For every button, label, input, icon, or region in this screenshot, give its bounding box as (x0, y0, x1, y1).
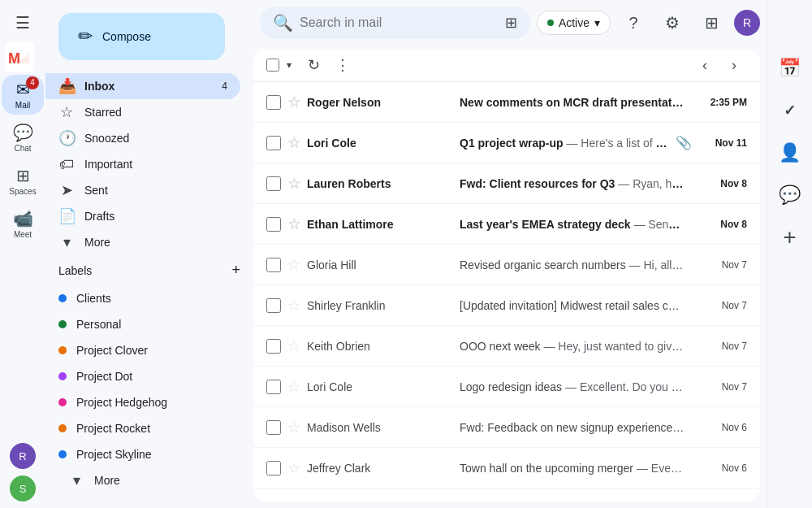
email-sender: Roger Nelson (307, 96, 453, 109)
star-icon[interactable]: ☆ (287, 134, 300, 152)
star-icon[interactable]: ☆ (287, 215, 300, 233)
email-row[interactable]: ☆ Shirley Franklin [Updated invitation] … (253, 285, 760, 326)
email-checkbox[interactable] (266, 136, 281, 150)
starred-icon: ☆ (58, 103, 75, 121)
star-icon[interactable]: ☆ (287, 500, 300, 502)
right-sidebar: 📅 ✓ 👤 💬 + (767, 0, 812, 508)
nav-next-button[interactable]: › (721, 52, 747, 78)
email-row[interactable]: ☆ Gloria Hill Revised organic search num… (253, 245, 760, 285)
hamburger-button[interactable]: ☰ (6, 7, 39, 39)
label-item-project-skyline[interactable]: Project Skyline (45, 441, 240, 467)
star-icon[interactable]: ☆ (287, 337, 300, 355)
account-avatar[interactable]: R (734, 10, 760, 36)
email-content: Fwd: Feedback on new signup experience —… (460, 421, 685, 434)
nav-item-drafts[interactable]: 📄 Drafts (45, 203, 240, 229)
labels-more-icon: ▾ (68, 471, 84, 489)
clients-dot (58, 294, 67, 302)
refresh-button[interactable]: ↻ (300, 52, 326, 78)
email-row[interactable]: ☆ Roger Nelson Two pics from the confere… (253, 488, 760, 501)
email-checkbox[interactable] (266, 380, 281, 394)
nav-item-important[interactable]: 🏷 Important (45, 151, 240, 177)
sidebar-item-mail[interactable]: 4 ✉ Mail (2, 75, 44, 115)
nav-item-sent[interactable]: ➤ Sent (45, 177, 240, 203)
label-item-project-hedgehog[interactable]: Project Hedgehog (45, 389, 240, 415)
email-subject: Logo redesign ideas (460, 380, 562, 393)
email-row[interactable]: ☆ Lauren Roberts Fwd: Client resources f… (253, 163, 760, 204)
email-content: Town hall on the upcoming merger — Every… (460, 462, 685, 475)
email-checkbox[interactable] (266, 461, 281, 475)
email-row[interactable]: ☆ Lori Cole Q1 project wrap-up — Here's … (253, 123, 760, 163)
tasks-button[interactable]: ✓ (771, 91, 810, 130)
svg-text:M: M (8, 50, 20, 67)
star-icon[interactable]: ☆ (287, 297, 300, 315)
sidebar-item-spaces[interactable]: ⊞ Spaces (2, 161, 44, 201)
search-input[interactable] (300, 15, 499, 30)
label-item-clients[interactable]: Clients (45, 285, 240, 311)
add-label-icon[interactable]: + (231, 262, 240, 279)
email-snippet: — Everyone, we'll be hosting our second … (637, 462, 685, 475)
label-item-personal[interactable]: Personal (45, 311, 240, 337)
nav-item-more[interactable]: ▾ More (45, 229, 240, 255)
email-content: Revised organic search numbers — Hi, all… (460, 258, 685, 271)
more-options-button[interactable]: ⋮ (330, 52, 356, 78)
email-snippet: — Hey, just wanted to give you a heads u… (543, 340, 685, 353)
search-filter-icon[interactable]: ⊞ (505, 14, 517, 32)
labels-header[interactable]: Labels + (45, 255, 253, 285)
star-icon[interactable]: ☆ (287, 419, 300, 436)
email-checkbox[interactable] (266, 339, 281, 354)
user-avatar-1[interactable]: R (10, 443, 36, 469)
star-icon[interactable]: ☆ (287, 175, 300, 193)
label-item-project-rocket[interactable]: Project Rocket (45, 415, 240, 441)
project-clover-label: Project Clover (76, 344, 148, 357)
email-row[interactable]: ☆ Keith Obrien OOO next week — Hey, just… (253, 326, 760, 367)
user-avatar-2[interactable]: S (10, 475, 36, 501)
email-row[interactable]: ☆ Madison Wells Fwd: Feedback on new sig… (253, 407, 760, 448)
email-row[interactable]: ☆ Roger Nelson New comments on MCR draft… (253, 82, 760, 123)
settings-button[interactable]: ⚙ (656, 7, 689, 39)
email-row[interactable]: ☆ Jeffrey Clark Town hall on the upcomin… (253, 448, 760, 488)
apps-button[interactable]: ⊞ (695, 7, 728, 39)
chat-button[interactable]: 💬 (771, 176, 810, 215)
star-icon[interactable]: ☆ (287, 378, 300, 396)
add-apps-button[interactable]: + (771, 218, 810, 257)
select-dropdown-button[interactable]: ▾ (281, 57, 297, 73)
star-icon[interactable]: ☆ (287, 93, 300, 111)
labels-title: Labels (58, 264, 92, 277)
select-all-container: ▾ (266, 57, 297, 73)
compose-button[interactable]: ✏ Compose (58, 13, 225, 60)
compose-icon: ✏ (78, 26, 93, 47)
sidebar-item-chat[interactable]: 💬 Chat (2, 118, 44, 158)
nav-item-inbox[interactable]: 📥 Inbox 4 (45, 73, 240, 99)
nav-item-snoozed[interactable]: 🕐 Snoozed (45, 125, 240, 151)
email-checkbox[interactable] (266, 298, 281, 313)
email-row[interactable]: ☆ Ethan Lattimore Last year's EMEA strat… (253, 204, 760, 245)
calendar-button[interactable]: 📅 (771, 49, 810, 88)
email-checkbox[interactable] (266, 217, 281, 232)
gmail-logo: M (5, 42, 34, 72)
email-content: New comments on MCR draft presentation —… (460, 96, 685, 109)
contacts-button[interactable]: 👤 (771, 133, 810, 172)
star-icon[interactable]: ☆ (287, 256, 300, 274)
label-item-project-clover[interactable]: Project Clover (45, 337, 240, 363)
email-snippet: — Hi, all–the table below contains the r… (629, 258, 685, 271)
email-content: [Updated invitation] Midwest retail sale… (460, 299, 685, 312)
help-button[interactable]: ? (617, 7, 650, 39)
sidebar-item-meet[interactable]: 📹 Meet (2, 204, 44, 244)
star-icon[interactable]: ☆ (287, 459, 300, 477)
email-checkbox[interactable] (266, 95, 281, 110)
label-item-project-dot[interactable]: Project Dot (45, 363, 240, 389)
drafts-label: Drafts (84, 210, 227, 223)
nav-prev-button[interactable]: ‹ (692, 52, 718, 78)
active-status-badge[interactable]: Active ▾ (537, 11, 611, 35)
labels-more[interactable]: ▾ More (45, 467, 240, 493)
select-all-checkbox[interactable] (266, 59, 279, 72)
nav-item-starred[interactable]: ☆ Starred (45, 99, 240, 125)
email-checkbox[interactable] (266, 420, 281, 435)
email-checkbox[interactable] (266, 258, 281, 272)
email-row[interactable]: ☆ Lori Cole Logo redesign ideas — Excell… (253, 367, 760, 407)
email-snippet: — Excellent. Do you have time to meet wi… (565, 380, 685, 393)
email-checkbox[interactable] (266, 501, 281, 502)
email-checkbox[interactable] (266, 176, 281, 191)
email-date: Nov 7 (698, 259, 747, 271)
project-rocket-dot (58, 424, 67, 432)
